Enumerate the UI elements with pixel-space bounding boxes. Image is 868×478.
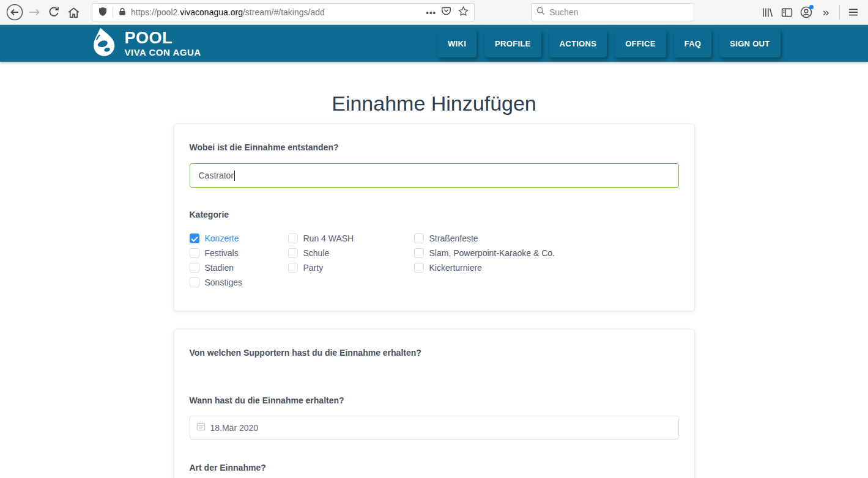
url-path: /stream/#/takings/add <box>243 7 325 17</box>
toolbar-right-icons: » <box>694 2 863 22</box>
checkbox-party[interactable]: Party <box>288 263 414 273</box>
category-section-label: Kategorie <box>190 210 679 219</box>
checkbox-label: Festivals <box>205 248 239 258</box>
date-value: 18.Mär 2020 <box>210 423 259 433</box>
checkbox-label: Party <box>303 263 324 273</box>
app-navbar: POOL VIVA CON AGUA WIKI PROFILE ACTIONS … <box>0 25 868 62</box>
lock-icon[interactable] <box>117 7 127 18</box>
category-column-2: Run 4 WASH Schule Party <box>288 233 414 292</box>
toolbar-separator <box>839 5 840 20</box>
checkbox-konzerte[interactable]: Konzerte <box>190 233 288 243</box>
url-bar[interactable]: https://pool2.vivaconagua.org/stream/#/t… <box>92 3 475 21</box>
nav-actions-button[interactable]: ACTIONS <box>549 30 607 57</box>
checkbox-unchecked-icon[interactable] <box>414 263 424 273</box>
text-caret <box>234 171 235 181</box>
checkbox-sonstiges[interactable]: Sonstiges <box>190 278 288 287</box>
app-menu-button[interactable] <box>844 2 863 22</box>
calendar-icon <box>196 421 206 434</box>
url-subdomain: pool2. <box>157 7 180 17</box>
nav-office-button[interactable]: OFFICE <box>615 30 666 57</box>
checkbox-unchecked-icon[interactable] <box>414 233 424 243</box>
url-text[interactable]: https://pool2.vivaconagua.org/stream/#/t… <box>131 7 421 17</box>
sidebar-icon <box>781 6 793 19</box>
logo-title: POOL <box>125 30 201 46</box>
checkbox-unchecked-icon[interactable] <box>414 248 424 258</box>
category-column-3: Straßenfeste Slam, Powerpoint-Karaoke & … <box>414 233 679 292</box>
home-icon <box>67 6 81 20</box>
nav-signout-button[interactable]: SIGN OUT <box>719 30 780 57</box>
vca-drop-globe-icon <box>88 26 119 61</box>
home-button[interactable] <box>64 2 83 22</box>
nav-wiki-button[interactable]: WIKI <box>437 30 477 57</box>
back-icon <box>6 3 24 21</box>
event-card: Wobei ist die Einnahme entstanden? Castr… <box>174 123 695 311</box>
chevron-double-right-icon: » <box>823 6 829 19</box>
sidebar-toggle-button[interactable] <box>777 2 796 22</box>
checkbox-festivals[interactable]: Festivals <box>190 248 288 258</box>
checkbox-unchecked-icon[interactable] <box>288 233 298 243</box>
checkbox-label: Sonstiges <box>205 278 242 287</box>
event-name-input[interactable]: Castrator <box>190 163 679 188</box>
browser-toolbar: https://pool2.vivaconagua.org/stream/#/t… <box>0 0 868 25</box>
vca-logo[interactable]: POOL VIVA CON AGUA <box>88 26 201 61</box>
checkbox-label: Konzerte <box>205 233 239 243</box>
details-card: Von welchen Supportern hast du die Einna… <box>174 329 695 478</box>
url-protocol: https:// <box>131 7 157 17</box>
checkbox-label: Kickerturniere <box>429 263 482 273</box>
checkbox-run4wash[interactable]: Run 4 WASH <box>288 233 414 243</box>
pocket-icon[interactable] <box>440 6 452 19</box>
checkbox-unchecked-icon[interactable] <box>190 278 199 287</box>
back-button[interactable] <box>5 2 24 22</box>
search-bar[interactable] <box>531 3 694 21</box>
event-question-label: Wobei ist die Einnahme entstanden? <box>190 142 679 152</box>
checkbox-label: Stadien <box>205 263 234 273</box>
checkbox-unchecked-icon[interactable] <box>288 263 298 273</box>
category-column-1: Konzerte Festivals Stadien Sonstiges <box>190 233 288 292</box>
checkbox-slam-powerpoint-karaoke[interactable]: Slam, Powerpoint-Karaoke & Co. <box>414 248 679 258</box>
checkbox-label: Slam, Powerpoint-Karaoke & Co. <box>429 248 555 258</box>
checkbox-label: Straßenfeste <box>429 233 478 243</box>
checkbox-label: Run 4 WASH <box>303 233 354 243</box>
checkbox-stadien[interactable]: Stadien <box>190 263 288 273</box>
reload-icon <box>47 6 61 19</box>
notification-dot <box>809 5 814 9</box>
checkbox-schule[interactable]: Schule <box>288 248 414 258</box>
checkbox-unchecked-icon[interactable] <box>288 248 298 258</box>
event-name-value: Castrator <box>199 171 234 180</box>
category-checkbox-grid: Konzerte Festivals Stadien Sonstiges <box>190 233 679 292</box>
page-actions-icon[interactable]: ••• <box>426 8 436 17</box>
forward-icon <box>27 5 42 20</box>
tracking-shield-icon[interactable] <box>97 6 108 19</box>
reload-button[interactable] <box>44 2 64 22</box>
url-domain: vivaconagua.org <box>180 7 243 17</box>
library-icon <box>761 6 774 19</box>
checkbox-checked-icon[interactable] <box>190 233 199 243</box>
search-icon <box>536 6 546 18</box>
type-question-label: Art der Einnahme? <box>190 463 679 472</box>
bookmark-star-icon[interactable] <box>458 6 469 19</box>
nav-profile-button[interactable]: PROFILE <box>484 30 541 57</box>
url-separator <box>113 7 113 18</box>
date-question-label: Wann hast du die Einnahme erhalten? <box>190 395 679 405</box>
nav-faq-button[interactable]: FAQ <box>674 30 712 57</box>
nav-menu: WIKI PROFILE ACTIONS OFFICE FAQ SIGN OUT <box>437 30 780 57</box>
supporter-question-label: Von welchen Supportern hast du die Einna… <box>190 348 679 358</box>
checkbox-kickerturniere[interactable]: Kickerturniere <box>414 263 679 273</box>
checkbox-unchecked-icon[interactable] <box>190 248 199 258</box>
checkbox-label: Schule <box>303 248 330 258</box>
takings-add-page: Einnahme Hinzufügen Wobei ist die Einnah… <box>0 92 868 478</box>
forward-button[interactable] <box>24 2 44 22</box>
checkbox-unchecked-icon[interactable] <box>190 263 199 273</box>
search-input[interactable] <box>549 7 689 17</box>
overflow-menu-button[interactable]: » <box>816 2 836 22</box>
checkbox-strassenfeste[interactable]: Straßenfeste <box>414 233 679 243</box>
library-button[interactable] <box>757 2 777 22</box>
account-button[interactable] <box>796 2 816 22</box>
logo-text: POOL VIVA CON AGUA <box>125 30 201 57</box>
date-received-input[interactable]: 18.Mär 2020 <box>190 416 679 439</box>
page-title: Einnahme Hinzufügen <box>0 92 868 116</box>
logo-subtitle: VIVA CON AGUA <box>125 48 201 57</box>
hamburger-icon <box>847 6 859 18</box>
